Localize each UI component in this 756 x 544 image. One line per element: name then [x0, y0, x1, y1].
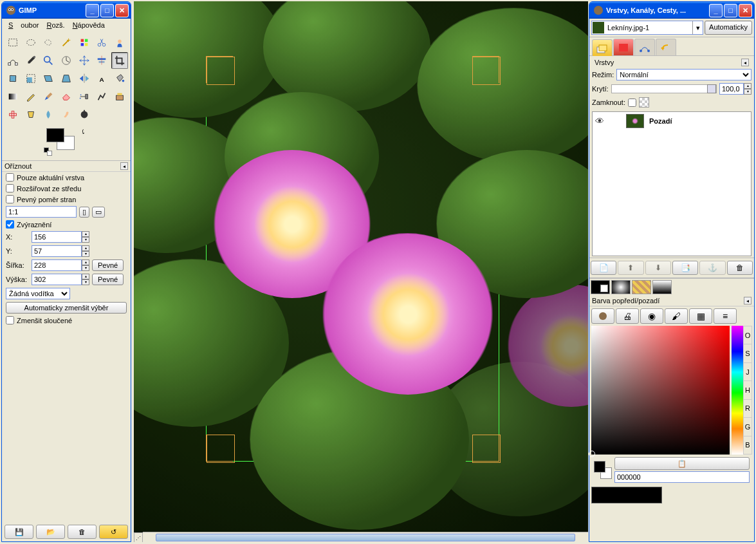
crop-rectangle[interactable]	[206, 56, 499, 462]
aspect-landscape-button[interactable]: ▭	[92, 207, 105, 218]
current-color-swatch[interactable]	[591, 487, 662, 503]
menu-help[interactable]: Nápověda	[69, 20, 109, 30]
lock-alpha-icon[interactable]	[639, 97, 649, 108]
tool-smudge[interactable]	[58, 106, 75, 123]
maximize-button[interactable]: □	[724, 4, 737, 17]
tool-ink[interactable]	[94, 88, 111, 105]
close-button[interactable]: ✕	[739, 4, 752, 17]
tool-perspective-clone[interactable]	[23, 106, 39, 123]
canvas-resize-handle[interactable]: ⋰	[134, 532, 143, 542]
spin-up[interactable]: ▴	[82, 274, 89, 279]
tool-move[interactable]	[76, 52, 93, 69]
crop-handle-tr[interactable]	[472, 56, 499, 83]
minimize-button[interactable]: _	[709, 4, 723, 17]
layer-item[interactable]: 👁 Pozadí	[593, 112, 751, 130]
layer-list[interactable]: 👁 Pozadí	[592, 111, 751, 256]
current-layer-checkbox[interactable]	[6, 173, 14, 182]
crop-handle-bl[interactable]	[206, 435, 233, 462]
spin-up[interactable]: ▴	[82, 259, 89, 265]
tool-brush[interactable]	[40, 88, 57, 105]
lower-layer-button[interactable]: ⬇	[645, 261, 671, 275]
blend-mode-select[interactable]: Normální	[616, 69, 751, 80]
tool-crop[interactable]	[111, 52, 128, 69]
hex-input[interactable]	[614, 471, 750, 483]
height-input[interactable]	[32, 274, 82, 285]
spin-up[interactable]: ▴	[82, 231, 89, 237]
menu-file[interactable]: Soubor	[5, 20, 42, 30]
duplicate-layer-button[interactable]: 📑	[672, 261, 698, 275]
fg-bg-colors[interactable]: ⤹	[44, 127, 89, 156]
anchor-layer-button[interactable]: ⚓	[699, 261, 725, 275]
panel-menu-icon[interactable]: ◂	[744, 297, 751, 305]
tool-blur[interactable]	[40, 106, 57, 123]
tool-measure[interactable]	[58, 52, 75, 69]
dropdown-arrow-icon[interactable]: ▾	[692, 21, 703, 34]
spin-up[interactable]: ▴	[82, 245, 89, 251]
hue-bar[interactable]	[732, 326, 743, 455]
channel-h[interactable]: H	[743, 380, 752, 399]
scrollbar-thumb[interactable]	[156, 534, 575, 541]
auto-shrink-button[interactable]: Automaticky zmenšit výběr	[6, 302, 127, 314]
opacity-input[interactable]	[719, 83, 744, 95]
channel-o[interactable]: O	[743, 326, 752, 344]
tool-clone[interactable]	[111, 88, 128, 105]
tool-zoom[interactable]	[40, 52, 57, 69]
spin-down[interactable]: ▾	[82, 265, 89, 271]
panel-menu-icon[interactable]: ◂	[741, 59, 749, 66]
highlight-checkbox[interactable]	[6, 220, 14, 229]
shrink-merged-checkbox[interactable]	[6, 316, 14, 324]
menu-ext[interactable]: Rozš.	[42, 20, 68, 30]
lock-pixels-checkbox[interactable]	[628, 98, 636, 107]
width-input[interactable]	[32, 259, 82, 271]
close-button[interactable]: ✕	[115, 4, 129, 17]
tab-layers[interactable]	[592, 39, 613, 56]
restore-options-button[interactable]: 📂	[36, 525, 65, 539]
picker-scales-button[interactable]: ≡	[714, 308, 737, 324]
tab-channels[interactable]	[613, 39, 634, 55]
tool-text[interactable]: A	[94, 70, 111, 87]
save-options-button[interactable]: 💾	[5, 525, 33, 539]
delete-layer-button[interactable]: 🗑	[727, 261, 753, 275]
new-layer-button[interactable]: 📄	[591, 261, 616, 275]
tool-scissors[interactable]	[94, 34, 111, 51]
tool-fg-select[interactable]	[111, 34, 128, 51]
spin-up[interactable]: ▴	[744, 83, 751, 89]
layer-name[interactable]: Pozadí	[649, 117, 672, 125]
aspect-input[interactable]	[6, 206, 77, 218]
picker-cmyk-button[interactable]: 🖨	[616, 308, 639, 324]
tool-align[interactable]	[94, 52, 111, 69]
reset-options-button[interactable]: ↺	[99, 525, 128, 539]
spin-down[interactable]: ▾	[744, 89, 751, 95]
aspect-portrait-button[interactable]: ▯	[79, 207, 89, 218]
tool-flip[interactable]	[76, 70, 93, 87]
tab-undo[interactable]	[656, 39, 676, 55]
maximize-button[interactable]: □	[100, 4, 114, 17]
tool-wand[interactable]	[58, 34, 75, 51]
tool-heal[interactable]	[5, 106, 21, 123]
picker-gimp-button[interactable]	[591, 308, 614, 324]
layers-titlebar[interactable]: Vrstvy, Kanály, Cesty, ... _ □ ✕	[589, 2, 754, 19]
tool-airbrush[interactable]	[76, 88, 93, 105]
channel-b[interactable]: B	[743, 436, 752, 455]
tool-pencil[interactable]	[23, 88, 39, 105]
auto-button[interactable]: Automaticky	[705, 21, 752, 35]
ctab-gradient[interactable]	[652, 280, 672, 294]
tool-free-select[interactable]	[40, 34, 57, 51]
image-selector[interactable]: Lekníny.jpg-1 ▾	[591, 21, 703, 35]
picker-watercolor-button[interactable]: 🖌	[665, 308, 688, 324]
delete-options-button[interactable]: 🗑	[68, 525, 97, 539]
tool-eyedropper[interactable]	[23, 52, 39, 69]
raise-layer-button[interactable]: ⬆	[618, 261, 643, 275]
minimize-button[interactable]: _	[86, 4, 99, 17]
spin-down[interactable]: ▾	[82, 237, 89, 243]
sv-cursor[interactable]	[589, 451, 595, 457]
panel-menu-icon[interactable]: ◂	[120, 162, 128, 170]
channel-g[interactable]: G	[743, 417, 752, 435]
width-fixed-button[interactable]: Pevné	[92, 259, 124, 271]
x-input[interactable]	[32, 231, 82, 243]
opacity-slider[interactable]	[611, 84, 717, 93]
tool-eraser[interactable]	[58, 88, 75, 105]
spin-down[interactable]: ▾	[82, 279, 89, 285]
channel-j[interactable]: J	[743, 362, 752, 380]
default-colors-icon[interactable]	[44, 147, 53, 156]
